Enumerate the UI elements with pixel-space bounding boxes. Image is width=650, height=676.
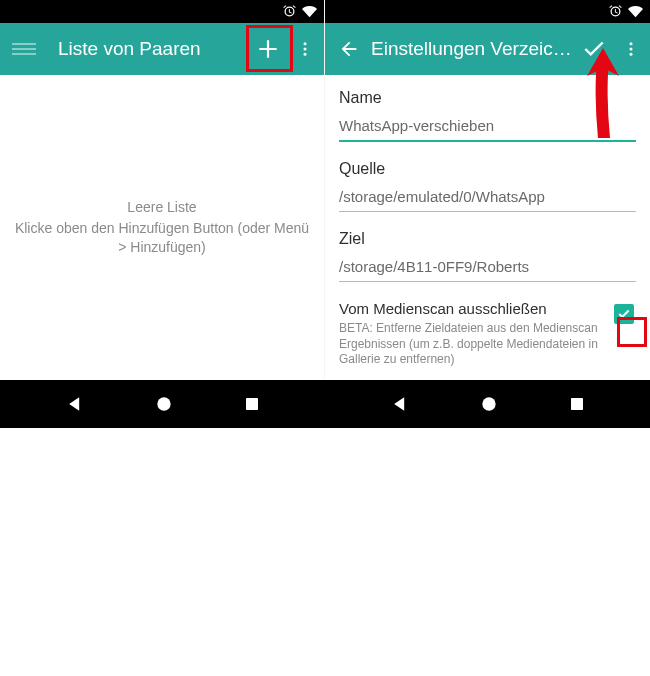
nav-home-icon[interactable]: [479, 394, 499, 414]
add-button[interactable]: [246, 27, 290, 71]
alarm-icon: [282, 4, 297, 19]
wifi-icon: [627, 4, 644, 19]
menu-overflow-icon[interactable]: [616, 27, 646, 71]
phone-right: Einstellungen Verzeichni... Name WhatsAp…: [325, 0, 650, 380]
field-target[interactable]: Ziel /storage/4B11-0FF9/Roberts: [339, 230, 636, 282]
phone-left: Liste von Paaren Leere Liste Klicke oben…: [0, 0, 325, 380]
hamburger-icon[interactable]: [12, 37, 36, 61]
target-input[interactable]: /storage/4B11-0FF9/Roberts: [339, 258, 636, 282]
toolbar-title: Liste von Paaren: [58, 38, 246, 60]
alarm-icon: [608, 4, 623, 19]
menu-overflow-icon[interactable]: [290, 27, 320, 71]
toolbar-left: Liste von Paaren: [0, 23, 324, 75]
settings-form: Name WhatsApp-verschieben Quelle /storag…: [325, 75, 650, 380]
source-input[interactable]: /storage/emulated/0/WhatsApp: [339, 188, 636, 212]
back-button[interactable]: [329, 27, 369, 71]
svg-point-0: [304, 42, 307, 45]
empty-body: Klicke oben den Hinzufügen Button (oder …: [14, 219, 310, 257]
svg-rect-9: [571, 398, 583, 410]
field-label: Name: [339, 89, 636, 107]
status-bar: [0, 0, 324, 23]
empty-title: Leere Liste: [127, 198, 196, 217]
nav-recent-icon[interactable]: [243, 395, 261, 413]
status-bar: [325, 0, 650, 23]
nav-recent-icon[interactable]: [568, 395, 586, 413]
field-source[interactable]: Quelle /storage/emulated/0/WhatsApp: [339, 160, 636, 212]
nav-back-icon[interactable]: [65, 394, 85, 414]
svg-point-3: [630, 42, 633, 45]
toolbar-right: Einstellungen Verzeichni...: [325, 23, 650, 75]
svg-point-1: [304, 48, 307, 51]
exclude-media-row[interactable]: Vom Medienscan ausschließen BETA: Entfer…: [339, 300, 636, 368]
svg-point-5: [630, 53, 633, 56]
wifi-icon: [301, 4, 318, 19]
svg-point-8: [482, 397, 495, 410]
field-name[interactable]: Name WhatsApp-verschieben: [339, 89, 636, 142]
nav-bar: [0, 380, 650, 428]
empty-state: Leere Liste Klicke oben den Hinzufügen B…: [0, 75, 324, 380]
exclude-checkbox[interactable]: [614, 304, 634, 324]
svg-point-2: [304, 53, 307, 56]
svg-point-6: [157, 397, 170, 410]
exclude-title: Vom Medienscan ausschließen: [339, 300, 604, 317]
toolbar-title: Einstellungen Verzeichni...: [371, 38, 572, 60]
svg-point-4: [630, 48, 633, 51]
field-label: Quelle: [339, 160, 636, 178]
field-label: Ziel: [339, 230, 636, 248]
nav-back-icon[interactable]: [390, 394, 410, 414]
name-input[interactable]: WhatsApp-verschieben: [339, 117, 636, 142]
confirm-button[interactable]: [572, 27, 616, 71]
svg-rect-7: [246, 398, 258, 410]
exclude-desc: BETA: Entferne Zieldateien aus den Medie…: [339, 321, 604, 368]
nav-home-icon[interactable]: [154, 394, 174, 414]
